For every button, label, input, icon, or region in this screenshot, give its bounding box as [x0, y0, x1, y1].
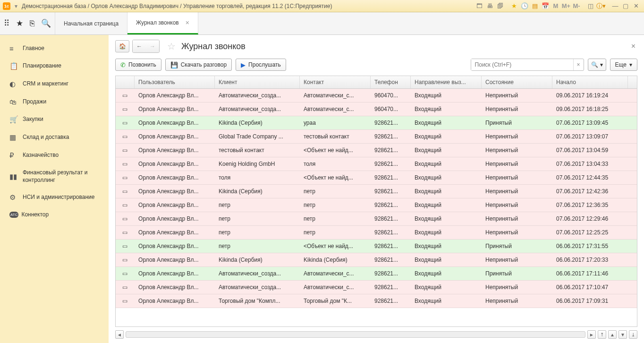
sidebar-item-1[interactable]: 📋Планирование [0, 57, 109, 75]
search-clear-button[interactable]: × [573, 59, 584, 70]
table-row[interactable]: ▭Орлов Александр Вл...Koenig Holding Gmb… [116, 157, 637, 171]
download-button[interactable]: 💾 Скачать разговор [165, 59, 232, 71]
search-icon[interactable]: 🔍 [41, 18, 51, 28]
table-row[interactable]: ▭Орлов Александр Вл...Автоматически_созд… [116, 89, 637, 103]
goto-up-icon[interactable]: ▲ [608, 330, 617, 339]
panel-icon[interactable]: ◫ [586, 2, 595, 10]
star-icon[interactable]: ★ [16, 18, 23, 28]
sidebar-item-8[interactable]: ⚙НСИ и администрирование [0, 189, 109, 206]
cell: Входящий [411, 117, 482, 129]
sidebar-item-6[interactable]: ₽Казначейство [0, 146, 109, 164]
cell: 928621... [371, 267, 411, 280]
tab-call-log[interactable]: Журнал звонков × [127, 12, 198, 34]
cell: 07.06.2017 13:04:33 [552, 158, 628, 170]
more-button[interactable]: Еще ▾ [610, 59, 637, 71]
sidebar-item-3[interactable]: 🛍Продажи [0, 93, 109, 111]
call-button[interactable]: ✆ Позвонить [115, 59, 161, 71]
favorite-icon[interactable]: ★ [509, 2, 519, 10]
cell: ▭ [116, 117, 135, 129]
table-row[interactable]: ▭Орлов Александр Вл...Автоматически_созд… [116, 281, 637, 294]
print-icon[interactable]: 🖶 [485, 2, 494, 10]
cell: Входящий [411, 281, 482, 293]
minimize-button[interactable]: — [610, 2, 620, 10]
col-icon[interactable] [116, 76, 135, 88]
col-phone[interactable]: Телефон [371, 76, 411, 88]
nav-forward-button[interactable]: → [146, 40, 159, 52]
cell: петр [215, 213, 300, 225]
sidebar-item-0[interactable]: ≡Главное [0, 40, 109, 57]
table-row[interactable]: ▭Орлов Александр Вл...Kikinda (Сербия)пе… [116, 185, 637, 198]
copy-icon[interactable]: 🗐 [495, 2, 505, 10]
tab-close-icon[interactable]: × [186, 19, 189, 26]
close-window-button[interactable]: ✕ [631, 2, 641, 10]
goto-bottom-icon[interactable]: ⤓ [629, 330, 637, 339]
scroll-left-icon[interactable]: ◄ [115, 330, 124, 339]
cell: Непринятый [482, 172, 552, 184]
apps-icon[interactable]: ⠿ [4, 18, 9, 28]
table-row[interactable]: ▭Орлов Александр Вл...петрпетр928621...В… [116, 212, 637, 226]
mem-mminus-button[interactable]: M- [572, 2, 581, 10]
sidebar-icon: 🛒 [9, 115, 20, 124]
more-button-label: Еще [615, 61, 627, 68]
horizontal-scrollbar[interactable] [126, 331, 585, 338]
sidebar-item-9[interactable]: ATCКоннектор [0, 206, 109, 223]
table-row[interactable]: ▭Орлов Александр Вл...Автоматически_созд… [116, 267, 637, 281]
cell: 06.06.2017 17:10:47 [552, 281, 628, 293]
nav-back-button[interactable]: ← [133, 40, 146, 52]
calculator-icon[interactable]: ▤ [530, 2, 540, 10]
table-row[interactable]: ▭Орлов Александр Вл...Kikinda (Сербия)ур… [116, 116, 637, 130]
home-button[interactable]: 🏠 [115, 40, 129, 52]
cell: Kikinda (Сербия) [215, 185, 300, 197]
mem-mplus-button[interactable]: M+ [561, 2, 571, 10]
save-icon: 💾 [170, 61, 178, 69]
info-icon[interactable]: ⓘ▾ [596, 2, 606, 10]
mem-m-button[interactable]: M [551, 2, 560, 10]
table-row[interactable]: ▭Орлов Александр Вл...Торговый дом "Комп… [116, 294, 637, 308]
pin-icon[interactable]: ⎘ [30, 19, 34, 28]
table-row[interactable]: ▭Орлов Александр Вл...петрпетр928621...В… [116, 198, 637, 212]
table-row[interactable]: ▭Орлов Александр Вл...тестовый контакт<О… [116, 144, 637, 157]
scroll-right-icon[interactable]: ► [587, 330, 596, 339]
listen-button[interactable]: ▶ Прослушать [236, 59, 286, 71]
search-input[interactable] [471, 59, 573, 70]
cell: ▭ [116, 185, 135, 197]
cell: Автоматически_созда... [215, 103, 300, 115]
col-direction[interactable]: Направление выз... [411, 76, 482, 88]
cell: 09.06.2017 16:18:25 [552, 103, 628, 115]
favorite-page-icon[interactable]: ☆ [167, 41, 176, 52]
cell: Входящий [411, 103, 482, 115]
tab-call-log-label: Журнал звонков [136, 19, 179, 26]
sidebar-item-4[interactable]: 🛒Закупки [0, 111, 109, 129]
goto-down-icon[interactable]: ▼ [619, 330, 627, 339]
table-row[interactable]: ▭Орлов Александр Вл...Kikinda (Сербия)Ki… [116, 253, 637, 267]
sidebar-item-2[interactable]: ◐CRM и маркетинг [0, 75, 109, 93]
col-state[interactable]: Состояние [482, 76, 552, 88]
table-row[interactable]: ▭Орлов Александр Вл...толя<Объект не най… [116, 171, 637, 185]
sidebar-label: Склад и доставка [20, 134, 99, 141]
cell: 07.06.2017 12:44:35 [552, 172, 628, 184]
cell: Непринятый [482, 144, 552, 156]
history-icon[interactable]: 🕓 [520, 2, 529, 10]
calendar-icon[interactable]: 📅 [541, 2, 550, 10]
table-row[interactable]: ▭Орлов Александр Вл...петрпетр928621...В… [116, 226, 637, 240]
app-menu-dropdown[interactable]: ▾ [12, 3, 20, 9]
goto-top-icon[interactable]: ⤒ [598, 330, 606, 339]
table-row[interactable]: ▭Орлов Александр Вл...Автоматически_созд… [116, 103, 637, 116]
tab-home[interactable]: Начальная страница [55, 12, 127, 34]
table-row[interactable]: ▭Орлов Александр Вл...Global Trade Compa… [116, 130, 637, 144]
sidebar-item-7[interactable]: ▮▮Финансовый результат и контроллинг [0, 164, 109, 189]
sidebar-item-5[interactable]: ▦Склад и доставка [0, 129, 109, 146]
maximize-button[interactable]: ▢ [621, 2, 630, 10]
table-row[interactable]: ▭Орлов Александр Вл...петр<Объект не най… [116, 240, 637, 253]
print-preview-icon[interactable]: 🗔 [475, 2, 484, 10]
col-contact[interactable]: Контакт [300, 76, 371, 88]
grid-body[interactable]: ▭Орлов Александр Вл...Автоматически_созд… [116, 89, 637, 326]
col-user[interactable]: Пользователь [135, 76, 215, 88]
col-client[interactable]: Клиент [215, 76, 300, 88]
search-mode-select[interactable]: 🔍▾ [588, 59, 606, 71]
cell: петр [300, 185, 371, 197]
cell: 07.06.2017 12:42:36 [552, 185, 628, 197]
close-page-button[interactable]: × [629, 42, 637, 51]
tab-home-label: Начальная страница [64, 20, 119, 27]
col-start[interactable]: Начало [552, 76, 628, 88]
